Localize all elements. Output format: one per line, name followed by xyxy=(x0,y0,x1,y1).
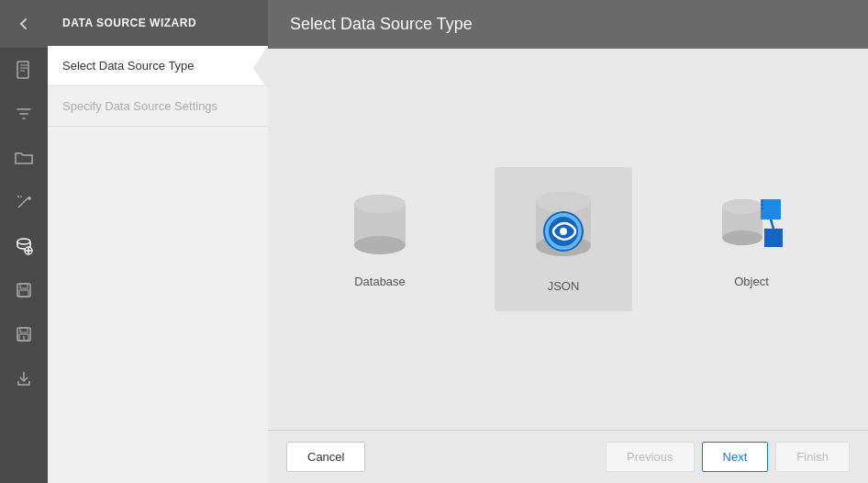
svg-line-3 xyxy=(17,196,19,197)
sidebar-back-button[interactable] xyxy=(0,0,48,48)
sidebar-document-icon[interactable] xyxy=(0,48,48,92)
previous-button[interactable]: Previous xyxy=(606,442,695,472)
cancel-button[interactable]: Cancel xyxy=(286,442,365,472)
svg-line-33 xyxy=(771,219,773,229)
footer: Cancel Previous Next Finish xyxy=(268,430,868,483)
svg-line-1 xyxy=(18,198,28,208)
sidebar-folder-icon[interactable] xyxy=(0,136,48,180)
data-source-options: Database JSON xyxy=(268,49,868,430)
footer-right: Previous Next Finish xyxy=(606,442,850,472)
main-header-title: Select Data Source Type xyxy=(268,0,868,49)
svg-rect-0 xyxy=(17,62,28,78)
sidebar-filter-icon[interactable] xyxy=(0,92,48,136)
sidebar-export-icon[interactable] xyxy=(0,356,48,400)
wizard-step-select-type[interactable]: Select Data Source Type xyxy=(48,46,268,86)
json-icon xyxy=(522,185,605,268)
object-label: Object xyxy=(734,275,769,288)
json-label: JSON xyxy=(548,279,580,293)
sidebar-save-alt-icon[interactable] xyxy=(0,312,48,356)
svg-point-30 xyxy=(722,199,762,214)
database-icon xyxy=(348,190,412,264)
sidebar-save-icon[interactable] xyxy=(0,268,48,312)
json-option[interactable]: JSON xyxy=(495,167,632,311)
database-option[interactable]: Database xyxy=(320,172,440,307)
wizard-step-settings[interactable]: Specify Data Source Settings xyxy=(48,86,268,127)
svg-point-26 xyxy=(560,228,567,235)
main-content: Select Data Source Type Database xyxy=(268,0,868,483)
finish-button[interactable]: Finish xyxy=(775,442,850,472)
sidebar-wand-icon[interactable] xyxy=(0,180,48,224)
sidebar-data-add-icon[interactable] xyxy=(0,224,48,268)
wizard-header: DATA SOURCE WIZARD xyxy=(48,0,268,46)
svg-point-18 xyxy=(354,236,406,254)
svg-point-19 xyxy=(354,195,406,213)
svg-rect-32 xyxy=(764,229,783,247)
svg-point-23 xyxy=(536,192,591,212)
svg-point-29 xyxy=(722,230,762,245)
object-option[interactable]: Object xyxy=(687,172,816,307)
object-icon xyxy=(715,190,788,264)
svg-rect-10 xyxy=(19,290,28,297)
database-label: Database xyxy=(354,275,406,288)
svg-rect-31 xyxy=(761,199,781,219)
sidebar xyxy=(0,0,48,483)
svg-point-4 xyxy=(17,239,30,244)
wizard-panel: DATA SOURCE WIZARD Select Data Source Ty… xyxy=(48,0,268,483)
next-button[interactable]: Next xyxy=(702,442,769,472)
